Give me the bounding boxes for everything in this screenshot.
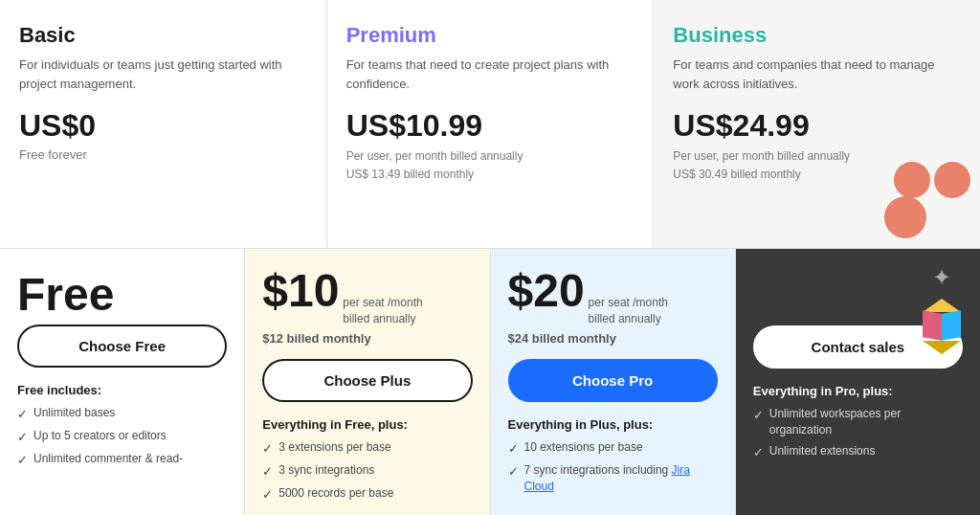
top-plans-section: Basic For individuals or teams just gett… <box>0 0 980 249</box>
check-icon-e1: ✓ <box>753 407 764 424</box>
enterprise-decoration: ✦ <box>913 264 970 356</box>
premium-top-card: Premium For teams that need to create pr… <box>327 0 655 248</box>
cube-right <box>942 310 961 341</box>
plus-monthly-note: $12 billed monthly <box>262 331 472 346</box>
check-icon-1: ✓ <box>17 406 28 423</box>
premium-plan-desc: For teams that need to create project pl… <box>346 56 635 93</box>
sparkle-icon: ✦ <box>932 264 951 291</box>
premium-plan-price: US$10.99 <box>346 108 635 144</box>
pro-price-row: $20 per seat /month billed annually <box>508 268 718 327</box>
basic-free-label: Free forever <box>19 147 307 162</box>
cube-bottom <box>923 341 961 354</box>
business-plan-price: US$24.99 <box>673 108 961 144</box>
free-feature-3: ✓ Unlimited commenter & read- <box>17 451 227 469</box>
check-icon-p1: ✓ <box>262 440 273 458</box>
check-icon-p3: ✓ <box>262 486 273 504</box>
pro-features-heading: Everything in Plus, plus: <box>508 417 718 432</box>
pro-bottom-card: $20 per seat /month billed annually $24 … <box>491 249 736 515</box>
free-big-price: Free <box>17 268 227 321</box>
enterprise-feature-1: ✓ Unlimited workspaces per organization <box>753 406 963 438</box>
pro-price-details: per seat /month billed annually <box>589 295 668 327</box>
business-plan-desc: For teams and companies that need to man… <box>673 56 961 93</box>
plus-feature-3: ✓ 5000 records per base <box>262 485 472 504</box>
free-feature-1: ✓ Unlimited bases <box>17 405 227 423</box>
plus-big-price-num: $10 <box>262 268 339 314</box>
pro-monthly-note: $24 billed monthly <box>508 331 718 346</box>
basic-plan-name: Basic <box>19 23 307 48</box>
cube-icon <box>913 299 970 356</box>
plus-feature-1: ✓ 3 extensions per base <box>262 439 472 458</box>
circle-bottom <box>884 196 926 238</box>
business-top-card: Business For teams and companies that ne… <box>654 0 980 248</box>
choose-free-button[interactable]: Choose Free <box>17 325 227 368</box>
free-feature-2: ✓ Up to 5 creators or editors <box>17 428 227 446</box>
bottom-plans-section: Free Choose Free Free includes: ✓ Unlimi… <box>0 249 980 515</box>
circle-top-left <box>894 162 930 198</box>
plus-features-heading: Everything in Free, plus: <box>262 417 472 432</box>
circle-top-right <box>934 162 970 198</box>
check-icon-3: ✓ <box>17 452 28 469</box>
premium-plan-billing: Per user, per month billed annually US$ … <box>346 147 635 184</box>
pricing-container: Basic For individuals or teams just gett… <box>0 0 980 515</box>
check-icon-pr1: ✓ <box>508 440 519 458</box>
check-icon-p2: ✓ <box>262 463 273 481</box>
plus-price-details: per seat /month billed annually <box>343 295 422 327</box>
business-decoration <box>884 162 970 238</box>
choose-pro-button[interactable]: Choose Pro <box>508 359 718 402</box>
enterprise-feature-2: ✓ Unlimited extensions <box>753 443 963 461</box>
pro-big-price-num: $20 <box>508 268 585 314</box>
pro-feature-2: ✓ 7 sync integrations including Jira Clo… <box>508 462 718 495</box>
plus-bottom-card: $10 per seat /month billed annually $12 … <box>245 249 490 515</box>
plus-feature-2: ✓ 3 sync integrations <box>262 462 472 481</box>
free-bottom-card: Free Choose Free Free includes: ✓ Unlimi… <box>0 249 245 515</box>
plus-price-row: $10 per seat /month billed annually <box>262 268 472 327</box>
check-icon-e2: ✓ <box>753 444 764 461</box>
choose-plus-button[interactable]: Choose Plus <box>262 359 472 402</box>
pro-feature-1: ✓ 10 extensions per base <box>508 439 718 458</box>
enterprise-features-heading: Everything in Pro, plus: <box>753 384 963 398</box>
cube-top <box>923 299 961 312</box>
business-plan-name: Business <box>673 23 961 48</box>
enterprise-bottom-card: ✦ Contact sales Everything in Pro, plus:… <box>736 249 980 515</box>
check-icon-pr2: ✓ <box>508 463 519 481</box>
basic-top-card: Basic For individuals or teams just gett… <box>0 0 327 248</box>
premium-plan-name: Premium <box>346 23 635 48</box>
free-features-heading: Free includes: <box>17 383 227 397</box>
basic-plan-price: US$0 <box>19 108 307 144</box>
check-icon-2: ✓ <box>17 429 28 446</box>
basic-plan-desc: For individuals or teams just getting st… <box>19 56 307 93</box>
cube-left <box>923 310 942 341</box>
